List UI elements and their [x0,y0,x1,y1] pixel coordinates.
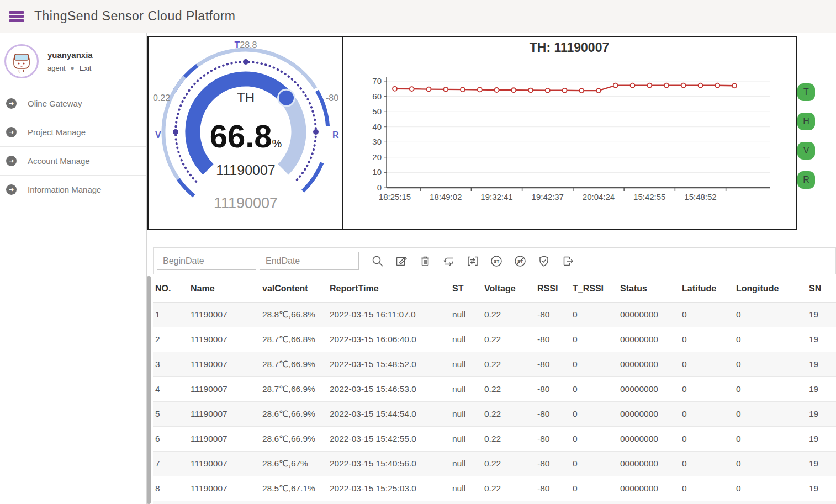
table-cell: 28.8℃,66.8% [260,302,327,327]
table-cell: 0 [570,376,618,401]
svg-text:20: 20 [372,152,382,162]
table-cell: 4 [153,376,188,401]
table-cell: 28.5℃,67.1% [260,476,327,501]
svg-text:15:42:55: 15:42:55 [633,192,665,201]
table-cell: 0 [680,302,734,327]
table-row: 41119000728.7℃,66.9%2022-03-15 15:46:53.… [153,376,836,401]
st-circle-disabled-icon[interactable]: ST [514,254,527,268]
table-cell: null [450,401,482,426]
menu-icon[interactable] [7,9,27,24]
table-row: 81119000728.5℃,67.1%2022-03-15 15:25:03.… [153,476,836,501]
table-cell: 0.22 [482,376,535,401]
table-cell: 0 [570,426,618,451]
svg-text:0: 0 [377,183,382,192]
table-cell: 28.6℃,66.9% [260,426,327,451]
table-cell: 0 [570,401,618,426]
shield-check-icon[interactable] [537,254,551,268]
column-header: NO. [153,276,188,302]
svg-text:70: 70 [372,76,382,86]
table-cell: 11190007 [188,426,260,451]
gauge-r-value: -80 [326,93,338,103]
table-cell: 2022-03-15 15:44:54.0 [327,401,450,426]
table-cell: null [450,302,482,327]
table-cell: 1 [153,302,188,327]
table-cell: 0.22 [482,401,535,426]
table-cell: 00000000 [618,476,680,501]
table-cell: 0 [680,401,734,426]
table-cell: 11190007 [188,302,260,327]
table-cell: 0 [680,426,734,451]
sidebar-item-oline-gateway[interactable]: ➜ Oline Gateway [0,89,146,118]
query-toolbar: ST ST [153,247,836,274]
table-cell: 0 [570,476,618,501]
series-toggle-v[interactable]: V [797,142,815,160]
arrow-circle-icon: ➜ [6,184,17,195]
search-icon[interactable] [371,254,384,268]
svg-text:66.8%: 66.8% [210,118,282,154]
delete-icon[interactable] [419,254,432,268]
table-cell: 0 [734,476,807,501]
table-cell: 0 [680,476,734,501]
gauge-r-label: R [332,130,339,140]
exit-link[interactable]: Exit [80,64,92,72]
edit-icon[interactable] [395,254,408,268]
table-cell: 2 [153,327,188,352]
begin-date-input[interactable] [157,252,256,270]
end-date-input[interactable] [260,252,359,270]
table-cell: 28.6℃,67% [260,451,327,476]
series-toggle-t[interactable]: T [797,83,815,101]
column-header: Longitude [734,276,807,302]
series-toggle-h[interactable]: H [797,113,815,130]
table-cell: 0.22 [482,451,535,476]
table-cell: 00000000 [618,376,680,401]
table-cell: 11190007 [188,401,260,426]
table-cell: 0 [734,426,807,451]
sidebar-item-information-manage[interactable]: ➜ Information Manage [0,176,146,204]
table-row: 61119000728.6℃,66.9%2022-03-15 15:42:55.… [153,426,836,451]
table-cell: 2022-03-15 16:11:07.0 [327,302,450,327]
column-header: ST [450,276,482,302]
column-header: Voltage [482,276,535,302]
table-cell: 0 [680,376,734,401]
arrow-circle-icon: ➜ [6,127,17,137]
st-circle-icon[interactable]: ST [490,254,503,268]
table-cell: 0.22 [482,302,535,327]
table-cell: 0 [734,352,807,376]
export-icon[interactable] [561,254,574,268]
table-cell: 19 [807,451,836,476]
table-row: 11119000728.8℃,66.8%2022-03-15 16:11:07.… [153,302,836,327]
table-cell: null [450,476,482,501]
gauge-chart: T28.8 0.22 -80 V R TH 66.8% 11190007 111… [149,37,343,229]
app-title: ThingSend Sensor Cloud Platform [34,9,236,24]
table-cell: 7 [153,451,188,476]
table-cell: 0.22 [482,476,535,501]
sidebar-item-account-manage[interactable]: ➜ Account Manage [0,147,146,176]
table-cell: -80 [535,451,570,476]
table-cell: 19 [807,376,836,401]
table-cell: 00000000 [618,451,680,476]
table-cell: 2022-03-15 15:48:52.0 [327,352,450,376]
chart-title: TH: 11190007 [343,40,796,55]
line-chart: 01020304050607018:25:1518:49:0219:32:411… [343,37,796,229]
svg-text:18:25:15: 18:25:15 [379,192,411,201]
table-cell: 00000000 [618,352,680,376]
vertical-scrollbar[interactable] [147,276,151,504]
arrow-circle-icon: ➜ [6,156,17,166]
table-cell: 00000000 [618,426,680,451]
refresh-icon[interactable] [442,254,456,268]
table-cell: 28.6℃,66.9% [260,401,327,426]
table-cell: null [450,426,482,451]
table-cell: 00000000 [618,302,680,327]
series-toggle-r[interactable]: R [797,171,815,189]
sidebar-item-project-manage[interactable]: ➜ Project Manage [0,118,146,147]
table-cell: 19 [807,327,836,352]
column-header: ReportTime [327,276,450,302]
gauge-v-value: 0.22 [153,93,170,103]
table-cell: 6 [153,426,188,451]
table-cell: 19 [807,352,836,376]
table-row: 71119000728.6℃,67%2022-03-15 15:40:56.0n… [153,451,836,476]
svg-text:18:49:02: 18:49:02 [430,192,462,201]
column-header: SN [807,276,836,302]
table-cell: 0 [570,451,618,476]
transfer-icon[interactable] [466,254,479,268]
